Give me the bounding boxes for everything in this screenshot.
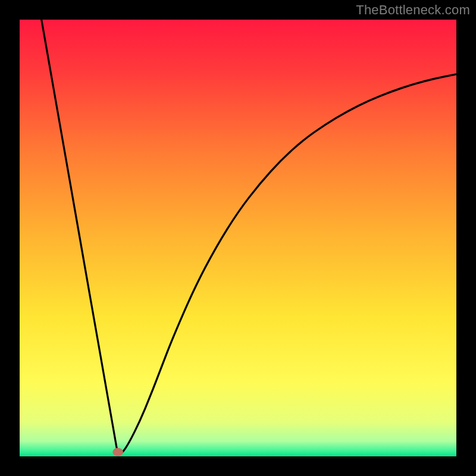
attribution-text: TheBottleneck.com	[356, 2, 470, 18]
bottleneck-chart	[0, 0, 476, 476]
plot-background	[20, 20, 456, 456]
chart-container: { "attribution": "TheBottleneck.com", "c…	[0, 0, 476, 476]
optimal-point-marker	[112, 448, 123, 456]
